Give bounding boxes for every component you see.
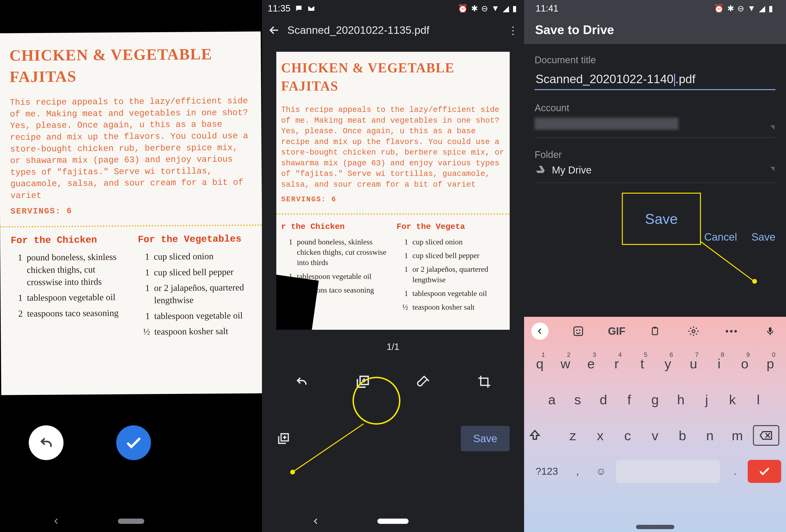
ingredient-item: 1pound boneless, skinless chicken thighs… (281, 237, 389, 268)
save-confirm-button[interactable]: Save (752, 231, 776, 243)
backspace-icon (760, 431, 772, 440)
kb-backspace-key[interactable] (753, 425, 782, 446)
kb-emoji-key[interactable]: ☺ (590, 466, 612, 477)
doc-title-input[interactable]: Scanned_20201022-1140.pdf (535, 70, 776, 90)
undo-icon (38, 435, 54, 451)
kb-key-n[interactable]: n (696, 428, 723, 443)
ingredient-item: 1or 2 jalapeños, quartered lengthwise (397, 264, 505, 285)
palette-icon (417, 374, 431, 389)
kb-key-e[interactable]: 3e (578, 356, 604, 371)
svg-line-1 (700, 241, 754, 281)
more-menu-button[interactable]: ⋮ (508, 24, 518, 37)
chicken-heading-b: r the Chicken (281, 222, 389, 232)
kb-comma-key[interactable]: , (567, 466, 588, 477)
annotation-dot-2 (752, 279, 757, 284)
kb-back-button[interactable] (531, 323, 549, 340)
home-nav-pill-3[interactable] (636, 525, 674, 529)
folder-value: My Drive (552, 164, 592, 176)
kb-key-b[interactable]: b (669, 428, 696, 443)
kb-key-a[interactable]: a (539, 392, 565, 408)
kb-settings-button[interactable] (684, 325, 703, 337)
back-nav-icon-2[interactable] (312, 517, 320, 525)
cancel-button[interactable]: Cancel (704, 231, 737, 243)
home-nav-pill[interactable] (118, 518, 144, 524)
account-selector[interactable] (535, 118, 776, 138)
scan-dark-corner (276, 274, 319, 330)
sticker-icon (573, 325, 584, 337)
kb-period-key[interactable]: . (724, 466, 746, 477)
kb-symbols-key[interactable]: ?123 (529, 466, 565, 477)
kb-key-v[interactable]: v (641, 428, 669, 443)
svg-rect-2 (574, 327, 582, 336)
kb-row-3-keys: zxcvbnm (559, 428, 751, 443)
kb-key-u[interactable]: 7u (680, 356, 706, 371)
kb-voice-button[interactable] (761, 326, 780, 337)
recipe-title-1: CHICKEN & VEGETABLE (9, 43, 250, 66)
kb-key-l[interactable]: l (745, 392, 771, 408)
scan-preview-screen: 11:35 ⏰ ✱ ⊖ ▼ ◢ ▮ Scanned_20201022-1135.… (262, 0, 524, 532)
kb-key-j[interactable]: j (694, 392, 720, 408)
save-to-drive-screen: 11:41 ⏰ ✱ ⊖ ▼ ◢ ▮ Save to Drive Document… (524, 0, 786, 532)
bluetooth-icon-3: ✱ (727, 4, 734, 13)
retake-button[interactable] (29, 425, 64, 460)
color-palette-button[interactable] (417, 374, 431, 389)
kb-key-c[interactable]: c (614, 428, 641, 443)
kb-spacebar[interactable] (616, 460, 720, 483)
kb-key-p[interactable]: 0p (758, 356, 783, 371)
home-nav-pill-2[interactable] (377, 518, 409, 524)
kb-enter-key[interactable] (748, 460, 781, 483)
cell-icon-3: ◢ (759, 4, 765, 13)
kb-key-t[interactable]: 5t (629, 356, 655, 371)
kb-key-x[interactable]: x (586, 428, 614, 443)
redo-button[interactable] (295, 374, 309, 389)
kb-key-w[interactable]: 2w (553, 356, 578, 371)
back-button[interactable] (268, 24, 280, 37)
kb-key-g[interactable]: g (642, 392, 668, 408)
save-dialog-title: Save to Drive (530, 15, 780, 44)
kb-key-z[interactable]: z (559, 428, 586, 443)
add-page-button-bottom[interactable] (276, 431, 291, 446)
kb-key-s[interactable]: s (565, 392, 591, 408)
chicken-list: 1pound boneless, skinless chicken thighs… (11, 251, 125, 320)
ingredient-item: 1cup sliced onion (138, 250, 252, 263)
back-nav-icon[interactable] (52, 517, 61, 525)
kb-gif-button[interactable]: GIF (607, 325, 626, 337)
confirm-scan-button[interactable] (116, 425, 151, 460)
dropdown-triangle-icon-2 (770, 167, 775, 171)
android-navbar (0, 517, 262, 525)
kb-key-h[interactable]: h (668, 392, 694, 408)
kb-clipboard-button[interactable] (645, 326, 665, 337)
kb-key-o[interactable]: 9o (732, 356, 758, 371)
doc-title-value-after: .pdf (675, 72, 695, 86)
folder-label: Folder (535, 149, 776, 160)
ingredient-item: 2teaspoons taco seasoning (11, 307, 125, 320)
recipe-description-b: This recipe appeals to the lazy/efficien… (281, 105, 505, 190)
android-navbar-3 (524, 525, 786, 529)
kb-key-r[interactable]: 4r (604, 356, 629, 371)
kb-key-i[interactable]: 8i (706, 356, 732, 371)
status-time-3: 11:41 (536, 3, 558, 14)
kb-key-m[interactable]: m (724, 428, 751, 443)
scanned-page-preview[interactable]: CHICKEN & VEGETABLE FAJITAS This recipe … (276, 52, 510, 330)
ingredient-item: 1tablespoon vegetable oil (11, 291, 125, 304)
kb-sticker-button[interactable] (569, 325, 588, 337)
folder-selector[interactable]: My Drive (535, 164, 776, 183)
crop-icon (477, 374, 491, 389)
text-caret (674, 74, 675, 86)
ingredient-item: 1tablespoon vegetable oil (138, 309, 252, 322)
dotted-divider (0, 225, 262, 228)
kb-more-button[interactable]: ••• (722, 326, 741, 337)
kb-shift-key[interactable] (528, 429, 557, 442)
save-button[interactable]: Save (461, 426, 510, 451)
arrow-left-icon (268, 24, 280, 37)
cell-icon: ◢ (503, 4, 509, 13)
ingredient-item: 1pound boneless, skinless chicken thighs… (11, 251, 125, 288)
kb-key-q[interactable]: 1q (527, 356, 553, 371)
kb-key-d[interactable]: d (591, 392, 616, 408)
crop-button[interactable] (477, 374, 491, 389)
kb-key-k[interactable]: k (720, 392, 745, 408)
veg-heading-b: For the Vegeta (397, 222, 505, 232)
kb-key-f[interactable]: f (616, 392, 642, 408)
save-annotation-label: Save (645, 211, 678, 227)
kb-key-y[interactable]: 6y (655, 356, 681, 371)
